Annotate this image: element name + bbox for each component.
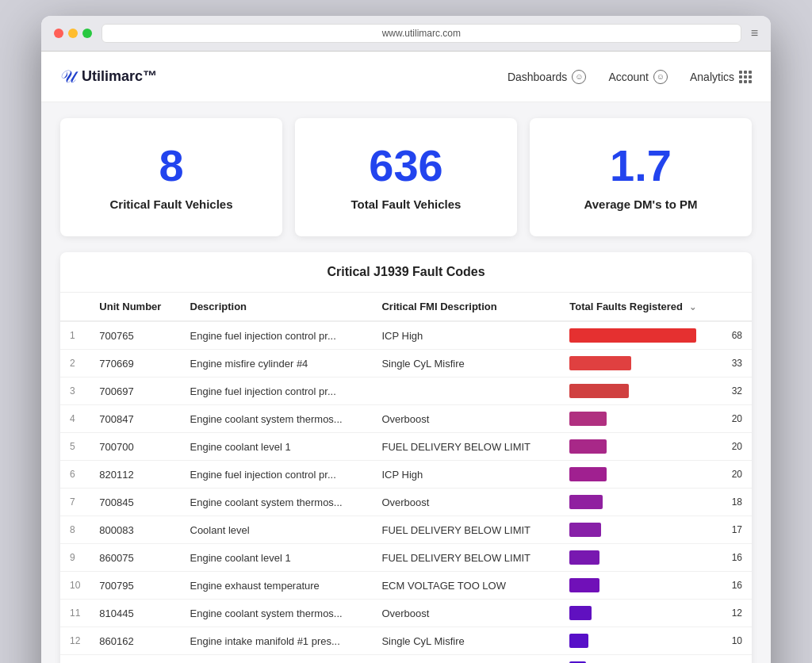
nav-dashboards[interactable]: Dashboards ☺ <box>508 70 587 84</box>
cell-unit: 800083 <box>90 516 180 544</box>
bar-visual <box>569 384 629 398</box>
minimize-button[interactable] <box>68 29 78 38</box>
kpi-critical-label: Critical Fault Vehicles <box>79 197 263 211</box>
cell-fmi: FUEL DELIVERY BELOW LIMIT <box>372 433 560 461</box>
bar-visual <box>569 356 631 370</box>
cell-faults: 16 <box>560 572 752 600</box>
bar-visual <box>569 606 592 620</box>
bar-value: 17 <box>723 524 742 535</box>
bar-value: 18 <box>723 496 742 508</box>
cell-fmi: ICP High <box>372 321 560 350</box>
cell-num: 5 <box>60 433 90 461</box>
cell-unit: 700765 <box>90 321 180 350</box>
bar-value: 20 <box>723 469 742 480</box>
bar-value: 16 <box>723 580 742 591</box>
bar-value: 20 <box>723 441 742 452</box>
bar-value: 33 <box>723 358 742 369</box>
bar-visual <box>569 328 696 343</box>
cell-description: Engine coolant system thermos... <box>181 600 373 627</box>
nav-analytics[interactable]: Analytics <box>690 71 752 83</box>
kpi-critical-value: 8 <box>79 144 263 188</box>
cell-fmi: ECM VOLTAGE TOO LOW <box>372 572 560 600</box>
cell-num: 6 <box>60 461 90 489</box>
table-row: 5 700700 Engine coolant level 1 FUEL DEL… <box>60 433 752 461</box>
cell-num: 13 <box>60 655 90 664</box>
analytics-grid-icon <box>739 71 752 83</box>
logo-icon: 𝒰 <box>60 67 75 87</box>
cell-fmi: Overboost <box>372 489 560 516</box>
cell-fmi: ICP High <box>372 461 560 489</box>
cell-description: Engine coolant level 1 <box>181 433 373 461</box>
dashboards-label: Dashboards <box>508 71 568 83</box>
cell-num: 1 <box>60 321 90 350</box>
nav-account[interactable]: Account ☺ <box>608 70 668 84</box>
bar-value: 68 <box>723 330 742 341</box>
table-header-row: Unit Number Description Critical FMI Des… <box>60 293 752 321</box>
window-controls <box>54 29 92 38</box>
cell-fmi: FUEL DELIVERY BELOW LIMIT <box>372 516 560 544</box>
cell-num: 2 <box>60 350 90 377</box>
cell-unit: 700847 <box>90 405 180 433</box>
kpi-avg-dms: 1.7 Average DM's to PM <box>530 118 752 236</box>
sort-icon: ⌄ <box>689 302 696 312</box>
col-faults[interactable]: Total Faults Registered ⌄ <box>560 293 752 321</box>
account-label: Account <box>608 71 649 83</box>
bar-value: 12 <box>723 607 742 619</box>
account-icon: ☺ <box>653 70 668 84</box>
cell-fmi: Overboost <box>372 405 560 433</box>
kpi-total-label: Total Fault Vehicles <box>314 197 498 211</box>
kpi-section: 8 Critical Fault Vehicles 636 Total Faul… <box>41 102 771 252</box>
cell-description: Engine coolant system thermos... <box>181 489 373 516</box>
cell-num: 4 <box>60 405 90 433</box>
kpi-total-value: 636 <box>314 144 498 188</box>
bar-visual <box>569 550 599 565</box>
cell-num: 12 <box>60 627 90 655</box>
col-fmi: Critical FMI Description <box>372 293 560 321</box>
table-title: Critical J1939 Fault Codes <box>60 252 752 293</box>
bar-value: 32 <box>723 385 742 397</box>
cell-unit: 810445 <box>90 600 180 627</box>
cell-num: 3 <box>60 377 90 405</box>
browser-window: www.utilimarc.com ≡ 𝒰 Utilimarc™ Dashboa… <box>41 16 771 663</box>
cell-faults: 18 <box>560 489 752 516</box>
cell-description: Engine fuel injection control pr... <box>181 461 373 489</box>
cell-fmi: Overboost <box>372 600 560 627</box>
browser-menu-icon[interactable]: ≡ <box>751 26 758 40</box>
cell-faults: 20 <box>560 433 752 461</box>
table-row: 9 860075 Engine coolant level 1 FUEL DEL… <box>60 544 752 572</box>
cell-description: Engine coolant level 1 <box>181 544 373 572</box>
cell-unit: 860075 <box>90 544 180 572</box>
cell-unit: 700700 <box>90 433 180 461</box>
cell-description: Engine misfire cylinder #4 <box>181 350 373 377</box>
cell-unit: 820112 <box>90 461 180 489</box>
cell-faults: 10 <box>560 627 752 655</box>
close-button[interactable] <box>54 29 63 38</box>
kpi-avg-value: 1.7 <box>549 144 733 188</box>
cell-faults: 9 <box>560 655 752 664</box>
cell-fmi: Single CyL Misfire <box>372 627 560 655</box>
cell-num: 7 <box>60 489 90 516</box>
col-num <box>60 293 90 321</box>
fault-codes-table-section: Critical J1939 Fault Codes Unit Number D… <box>60 252 752 663</box>
bar-visual <box>569 523 601 537</box>
bar-visual <box>569 495 603 509</box>
table-row: 12 860162 Engine intake manifold #1 pres… <box>60 627 752 655</box>
cell-num: 10 <box>60 572 90 600</box>
cell-faults: 12 <box>560 600 752 627</box>
browser-chrome: www.utilimarc.com ≡ <box>41 16 771 52</box>
bar-value: 16 <box>723 552 742 563</box>
cell-faults: 68 <box>560 321 752 350</box>
maximize-button[interactable] <box>82 29 92 38</box>
table-row: 13 820109 Engine coolant level 1 FUEL DE… <box>60 655 752 664</box>
bar-visual <box>569 578 599 592</box>
cell-description: Engine coolant system thermos... <box>181 405 373 433</box>
bar-value: 10 <box>723 635 742 646</box>
url-bar[interactable]: www.utilimarc.com <box>102 24 741 43</box>
table-row: 4 700847 Engine coolant system thermos..… <box>60 405 752 433</box>
kpi-avg-label: Average DM's to PM <box>549 197 733 211</box>
table-row: 10 700795 Engine exhaust temperature ECM… <box>60 572 752 600</box>
bar-visual <box>569 467 607 481</box>
table-row: 7 700845 Engine coolant system thermos..… <box>60 489 752 516</box>
table-row: 2 770669 Engine misfire cylinder #4 Sing… <box>60 350 752 377</box>
cell-fmi: FUEL DELIVERY BELOW LIMIT <box>372 655 560 664</box>
